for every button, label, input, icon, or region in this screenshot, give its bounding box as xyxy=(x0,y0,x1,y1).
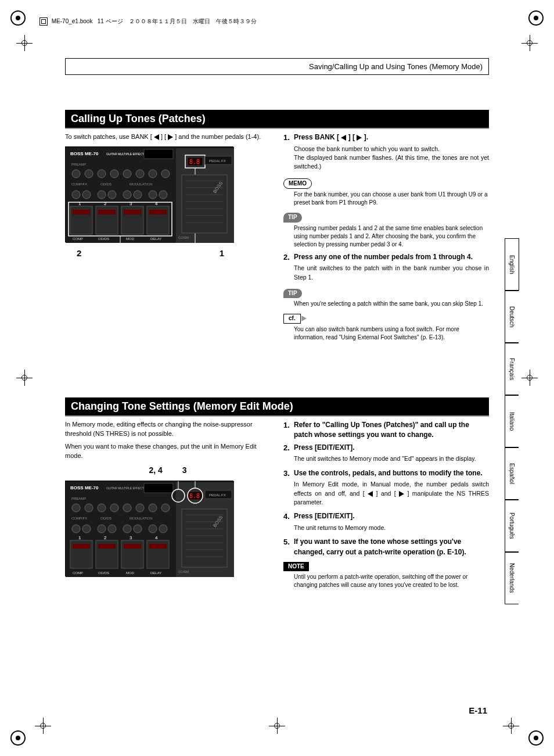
diagram-callouts: 2 1 xyxy=(65,247,271,260)
svg-point-27 xyxy=(123,191,131,199)
svg-point-29 xyxy=(149,191,157,199)
svg-text:OD/DS: OD/DS xyxy=(100,517,111,520)
right-arrow-icon xyxy=(357,135,362,141)
section-title-1: Calling Up Tones (Patches) xyxy=(65,110,489,129)
device-diagram-1: BOSS ME-70 GUITAR MULTIPLE EFFECTS 8.8 P… xyxy=(65,146,233,242)
tip-tag: TIP xyxy=(283,289,302,299)
crop-cross-icon xyxy=(16,35,33,51)
crop-mark-icon xyxy=(10,10,26,26)
svg-text:GUITAR MULTIPLE EFFECTS: GUITAR MULTIPLE EFFECTS xyxy=(106,152,146,156)
tip-body: Pressing number pedals 1 and 2 at the sa… xyxy=(294,224,489,249)
svg-text:DELAY: DELAY xyxy=(150,571,161,575)
svg-point-88 xyxy=(123,525,131,533)
note-tag: NOTE xyxy=(283,562,309,572)
svg-point-18 xyxy=(149,170,157,178)
note-body: Until you perform a patch-write operatio… xyxy=(294,573,489,589)
svg-rect-40 xyxy=(124,210,141,214)
left-arrow-icon xyxy=(341,135,346,141)
svg-point-78 xyxy=(136,504,144,512)
crop-cross-icon xyxy=(16,370,33,386)
crop-cross-icon xyxy=(35,718,51,734)
svg-rect-44 xyxy=(149,210,167,214)
svg-point-13 xyxy=(85,170,93,178)
lang-tab-english[interactable]: English xyxy=(505,238,519,291)
intro-text: To switch patches, use BANK [ ] [ ] and … xyxy=(65,132,271,142)
svg-text:PEDAL FX: PEDAL FX xyxy=(209,159,226,163)
step-3: 3.Use the controls, pedals, and buttons … xyxy=(283,468,489,507)
intro-text: In Memory mode, editing effects or chang… xyxy=(65,420,271,439)
tip-tag: TIP xyxy=(283,213,302,223)
svg-point-75 xyxy=(98,504,106,512)
right-arrow-icon xyxy=(301,316,307,321)
svg-text:OD/DS: OD/DS xyxy=(100,182,111,186)
svg-point-90 xyxy=(149,525,157,533)
svg-point-24 xyxy=(82,191,91,199)
section-title-2: Changing Tone Settings (Memory Edit Mode… xyxy=(65,397,489,417)
svg-text:BOSS ME-70: BOSS ME-70 xyxy=(70,485,99,490)
svg-text:3: 3 xyxy=(129,535,132,540)
svg-rect-36 xyxy=(98,210,116,214)
svg-text:OD/DS: OD/DS xyxy=(98,237,109,241)
svg-text:COSM: COSM xyxy=(178,570,189,574)
svg-rect-32 xyxy=(73,210,90,214)
crop-cross-icon xyxy=(521,35,538,51)
svg-text:BOSS ME-70: BOSS ME-70 xyxy=(70,151,99,156)
memo-tag: MEMO xyxy=(283,178,312,189)
svg-point-26 xyxy=(108,191,116,199)
svg-text:COSM: COSM xyxy=(178,236,189,239)
left-arrow-icon xyxy=(154,134,159,140)
book-icon xyxy=(39,17,48,26)
svg-point-91 xyxy=(159,525,167,533)
svg-text:OD/DS: OD/DS xyxy=(98,571,109,575)
svg-text:PREAMP: PREAMP xyxy=(71,163,86,166)
crop-cross-icon xyxy=(503,718,519,734)
svg-text:4: 4 xyxy=(155,535,158,540)
svg-text:MOD: MOD xyxy=(126,237,135,241)
svg-text:COMP: COMP xyxy=(73,237,83,241)
lang-tab-deutsch[interactable]: Deutsch xyxy=(505,291,519,343)
tip-body: When you're selecting a patch within the… xyxy=(294,300,489,308)
left-arrow-icon xyxy=(368,491,373,497)
svg-text:PREAMP: PREAMP xyxy=(71,497,86,500)
svg-text:MOD: MOD xyxy=(126,571,135,575)
step-2: 2.Press [EDIT/EXIT]. The unit switches t… xyxy=(283,443,489,464)
lang-tab-espanol[interactable]: Español xyxy=(505,447,519,500)
device-diagram-2: BOSS ME-70 GUITAR MULTIPLE EFFECTS 8.8 P… xyxy=(65,481,233,576)
svg-text:COMP: COMP xyxy=(73,571,83,575)
callout-2: 2 xyxy=(77,247,81,260)
lang-tab-portugues[interactable]: Português xyxy=(505,500,519,552)
intro-text: When you want to make these changes, put… xyxy=(65,442,271,461)
right-arrow-icon xyxy=(399,491,404,497)
page-number: E-11 xyxy=(469,705,487,715)
svg-text:2: 2 xyxy=(104,535,107,540)
cf-tag: cf. xyxy=(283,314,301,324)
svg-point-76 xyxy=(110,504,118,512)
svg-rect-101 xyxy=(124,544,141,549)
svg-point-15 xyxy=(110,170,118,178)
svg-rect-63 xyxy=(144,483,173,493)
svg-rect-105 xyxy=(149,544,167,549)
step-4: 4.Press [EDIT/EXIT]. The unit returns to… xyxy=(283,511,489,532)
svg-point-77 xyxy=(123,504,131,512)
svg-point-80 xyxy=(161,504,170,512)
crop-mark-icon xyxy=(10,730,26,746)
svg-rect-4 xyxy=(144,149,173,159)
chapter-title: Saving/Calling Up and Using Tones (Memor… xyxy=(65,58,489,75)
svg-text:COMP/FX: COMP/FX xyxy=(71,182,87,186)
svg-point-30 xyxy=(159,191,167,199)
crop-mark-icon xyxy=(528,10,544,26)
lang-tab-italiano[interactable]: Italiano xyxy=(505,395,519,447)
step-2: 2. Press any one of the number pedals fr… xyxy=(283,252,489,282)
memo-body: For the bank number, you can choose a us… xyxy=(294,191,489,207)
svg-point-73 xyxy=(72,504,80,512)
svg-text:COMP/FX: COMP/FX xyxy=(71,517,87,520)
crop-cross-icon xyxy=(269,718,285,734)
lang-tab-nederlands[interactable]: Nederlands xyxy=(505,552,519,604)
lang-tab-francais[interactable]: Français xyxy=(505,343,519,395)
svg-point-14 xyxy=(98,170,106,178)
file-name: ME-70_e1.book xyxy=(52,18,93,24)
svg-point-25 xyxy=(98,191,106,199)
svg-point-79 xyxy=(149,504,157,512)
svg-point-19 xyxy=(161,170,170,178)
svg-text:8.8: 8.8 xyxy=(189,493,200,499)
